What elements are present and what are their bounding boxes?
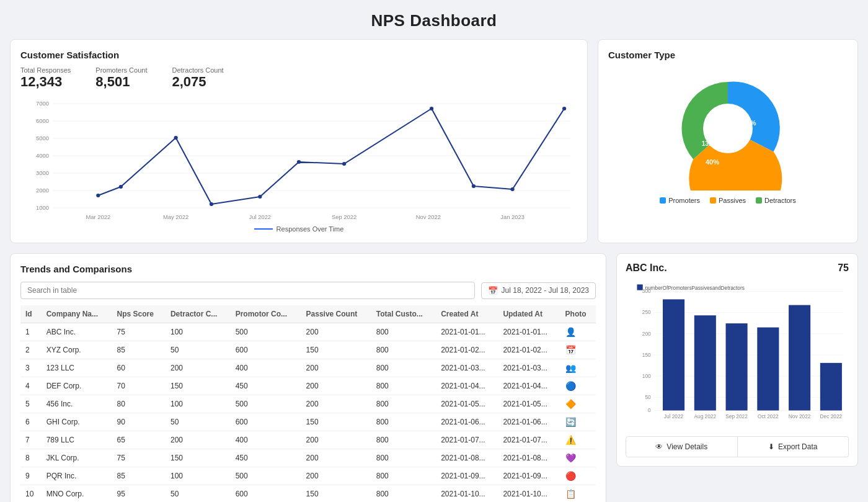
- table-row[interactable]: 10 MNO Corp. 95 50 600 150 800 2021-01-1…: [20, 485, 596, 503]
- table-row[interactable]: 5 456 Inc. 80 100 500 200 800 2021-01-05…: [20, 395, 596, 413]
- cell-created: 2021-01-01...: [436, 323, 498, 341]
- svg-text:4000: 4000: [36, 153, 49, 159]
- cell-photo: 🔵: [560, 377, 596, 395]
- download-icon: ⬇: [768, 442, 774, 451]
- cell-company: JKL Corp.: [42, 449, 112, 467]
- cell-created: 2021-01-05...: [436, 395, 498, 413]
- svg-rect-52: [694, 315, 716, 410]
- detail-company-name: ABC Inc.: [626, 262, 667, 274]
- detractors-count-stat: Detractors Count 2,075: [172, 66, 223, 90]
- total-responses-value: 12,343: [20, 74, 71, 90]
- detail-score: 75: [838, 262, 849, 274]
- pie-legend-passives: Passives: [710, 197, 746, 204]
- cell-photo: 👥: [560, 359, 596, 377]
- cell-detractor: 100: [166, 467, 231, 485]
- detail-header: ABC Inc. 75: [626, 262, 849, 274]
- table-row[interactable]: 6 GHI Corp. 90 50 600 150 800 2021-01-06…: [20, 413, 596, 431]
- cell-updated: 2021-01-07...: [498, 431, 560, 449]
- cell-total: 800: [371, 323, 436, 341]
- svg-rect-53: [726, 323, 748, 410]
- cell-total: 800: [371, 431, 436, 449]
- export-data-button[interactable]: ⬇ Export Data: [738, 436, 849, 457]
- cell-photo: 🔶: [560, 395, 596, 413]
- cell-promotor: 500: [231, 323, 301, 341]
- cell-detractor: 50: [166, 485, 231, 503]
- cell-promotor: 600: [231, 413, 301, 431]
- cell-nps: 90: [112, 413, 166, 431]
- detractors-label: Detractors: [764, 197, 796, 204]
- table-row[interactable]: 3 123 LLC 60 200 400 200 800 2021-01-03.…: [20, 359, 596, 377]
- cell-passive: 200: [301, 395, 371, 413]
- pie-legend-promoters: Promoters: [660, 197, 700, 204]
- col-passive: Passive Count: [301, 305, 371, 323]
- cell-detractor: 100: [166, 323, 231, 341]
- cell-detractor: 150: [166, 377, 231, 395]
- cell-created: 2021-01-02...: [436, 341, 498, 359]
- svg-text:200: 200: [642, 331, 651, 337]
- col-created: Created At: [436, 305, 498, 323]
- promoters-count-label: Promoters Count: [95, 66, 147, 74]
- cell-promotor: 450: [231, 449, 301, 467]
- cell-nps: 70: [112, 377, 166, 395]
- cell-created: 2021-01-10...: [436, 485, 498, 503]
- promoters-count-stat: Promoters Count 8,501: [95, 66, 147, 90]
- cell-id: 5: [20, 395, 42, 413]
- cell-company: PQR Inc.: [42, 467, 112, 485]
- table-row[interactable]: 9 PQR Inc. 85 100 500 200 800 2021-01-09…: [20, 467, 596, 485]
- svg-point-20: [96, 194, 100, 197]
- cell-nps: 85: [112, 467, 166, 485]
- cell-passive: 200: [301, 449, 371, 467]
- cell-created: 2021-01-08...: [436, 449, 498, 467]
- table-row[interactable]: 4 DEF Corp. 70 150 450 200 800 2021-01-0…: [20, 377, 596, 395]
- cell-detractor: 100: [166, 395, 231, 413]
- cell-company: ABC Inc.: [42, 323, 112, 341]
- cell-company: 123 LLC: [42, 359, 112, 377]
- cell-promotor: 450: [231, 377, 301, 395]
- pie-legend-detractors: Detractors: [756, 197, 796, 204]
- cell-passive: 150: [301, 485, 371, 503]
- svg-text:7000: 7000: [36, 101, 49, 107]
- col-updated: Updated At: [498, 305, 560, 323]
- cell-detractor: 200: [166, 359, 231, 377]
- table-row[interactable]: 2 XYZ Corp. 85 50 600 150 800 2021-01-02…: [20, 341, 596, 359]
- svg-text:40%: 40%: [706, 158, 719, 166]
- detractors-count-value: 2,075: [172, 74, 223, 90]
- export-data-label: Export Data: [778, 442, 817, 451]
- customer-satisfaction-title: Customer Satisfaction: [20, 50, 577, 60]
- col-nps: Nps Score: [112, 305, 166, 323]
- svg-text:100: 100: [642, 373, 651, 379]
- table-row[interactable]: 1 ABC Inc. 75 100 500 200 800 2021-01-01…: [20, 323, 596, 341]
- table-row[interactable]: 7 789 LLC 65 200 400 200 800 2021-01-07.…: [20, 431, 596, 449]
- search-input[interactable]: [20, 282, 475, 299]
- cell-promotor: 500: [231, 467, 301, 485]
- svg-point-28: [472, 184, 476, 188]
- cell-total: 800: [371, 413, 436, 431]
- cell-company: GHI Corp.: [42, 413, 112, 431]
- cell-detractor: 200: [166, 431, 231, 449]
- cell-updated: 2021-01-04...: [498, 377, 560, 395]
- date-range-text: Jul 18, 2022 - Jul 18, 2023: [502, 286, 589, 295]
- total-responses-label: Total Responses: [20, 66, 71, 74]
- cell-photo: 📅: [560, 341, 596, 359]
- date-range-picker[interactable]: 📅 Jul 18, 2022 - Jul 18, 2023: [481, 282, 596, 299]
- cell-total: 800: [371, 467, 436, 485]
- cell-photo: ⚠️: [560, 431, 596, 449]
- customer-satisfaction-card: Customer Satisfaction Total Responses 12…: [10, 39, 588, 243]
- passives-label: Passives: [719, 197, 746, 204]
- cell-updated: 2021-01-01...: [498, 323, 560, 341]
- svg-point-21: [119, 185, 123, 189]
- cell-passive: 200: [301, 359, 371, 377]
- cell-nps: 95: [112, 485, 166, 503]
- svg-rect-51: [663, 299, 684, 410]
- table-row[interactable]: 8 JKL Corp. 75 150 450 200 800 2021-01-0…: [20, 449, 596, 467]
- table-header-row: Id Company Na... Nps Score Detractor C..…: [20, 305, 596, 323]
- view-details-button[interactable]: 👁 View Details: [626, 436, 738, 457]
- data-table: Id Company Na... Nps Score Detractor C..…: [20, 305, 596, 502]
- svg-point-26: [342, 162, 346, 166]
- table-body: 1 ABC Inc. 75 100 500 200 800 2021-01-01…: [20, 323, 596, 503]
- svg-point-23: [210, 202, 213, 206]
- svg-text:6000: 6000: [36, 118, 49, 124]
- svg-text:Jan 2023: Jan 2023: [500, 214, 525, 220]
- col-company: Company Na...: [42, 305, 112, 323]
- cell-passive: 150: [301, 341, 371, 359]
